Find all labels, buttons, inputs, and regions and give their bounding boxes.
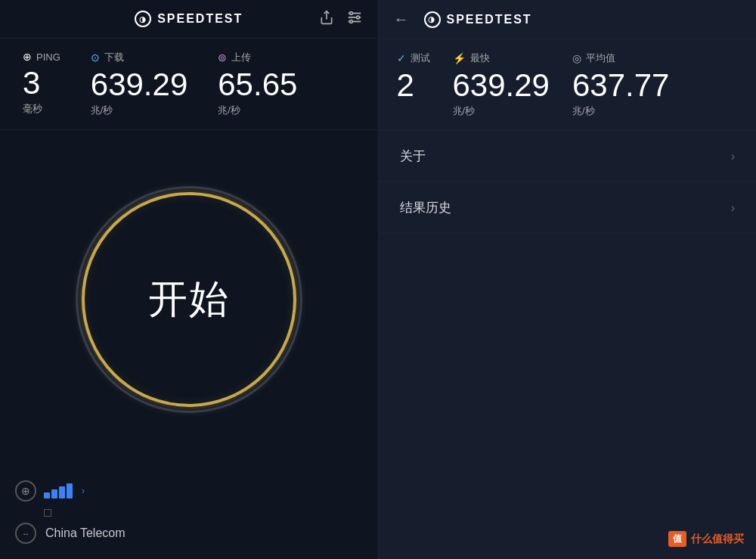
ping-value: 3 [23,67,60,99]
menu-list: 关于 › 结果历史 › [379,131,757,559]
start-button[interactable]: 开始 [148,273,230,326]
ping-icon: ⊕ [23,51,32,63]
network-signal: ⊕ › [15,480,363,502]
back-button[interactable]: ← [394,11,409,28]
upload-unit: 兆/秒 [218,104,297,117]
gauge-area: 开始 [0,130,378,468]
isp-icon: ↔ [15,523,36,544]
tests-stat: ✓ 测试 2 [397,51,430,118]
gauge-container[interactable]: 开始 [76,186,302,413]
fastest-stat: ⚡ 最快 639.29 兆/秒 [453,51,550,118]
ping-stat: ⊕ PING 3 毫秒 [23,51,60,117]
signal-bars [44,483,73,498]
settings-button[interactable] [346,9,363,30]
signal-bar-4 [67,483,73,498]
signal-bar-1 [44,492,50,498]
share-button[interactable] [319,9,334,30]
logo-text-right: SPEEDTEST [447,13,532,26]
svg-point-6 [349,20,352,23]
speedtest-logo-left: ◑ SPEEDTEST [135,11,243,27]
network-sub-icon [44,509,51,517]
tests-icon: ✓ [397,52,406,64]
globe-icon: ⊕ [15,480,36,502]
average-value: 637.77 [572,70,669,101]
right-panel: ← ◑ SPEEDTEST ✓ 测试 2 ⚡ 最快 639.2 [379,0,757,559]
upload-stat: ⊚ 上传 65.65 兆/秒 [218,51,297,117]
upload-value: 65.65 [218,69,297,101]
menu-item-history[interactable]: 结果历史 › [379,182,757,234]
signal-bar-2 [51,489,57,498]
average-unit: 兆/秒 [572,104,669,118]
bottom-info: ⊕ › ↔ China Telecom [0,468,378,559]
fastest-value: 639.29 [453,70,550,101]
isp-name: China Telecom [45,526,125,540]
menu-about-chevron-icon: › [731,150,735,163]
tests-value: 2 [397,70,430,101]
logo-icon-right: ◑ [424,11,441,28]
logo-icon-left: ◑ [135,11,151,27]
menu-about-label: 关于 [400,148,426,165]
left-panel: ◑ SPEEDTEST [0,0,378,559]
download-value: 639.29 [91,69,187,101]
svg-point-4 [349,11,352,14]
tests-label: ✓ 测试 [397,51,430,65]
watermark-badge: 值 [668,531,686,547]
stats-row-left: ⊕ PING 3 毫秒 ⊙ 下载 639.29 兆/秒 ⊚ 上传 65 [0,39,378,130]
average-icon: ◎ [572,52,581,64]
watermark: 值 什么值得买 [668,531,744,547]
left-header: ◑ SPEEDTEST [0,0,378,39]
fastest-label: ⚡ 最快 [453,51,550,65]
upload-label: ⊚ 上传 [218,51,297,64]
menu-history-chevron-icon: › [731,201,735,215]
right-stats-row: ✓ 测试 2 ⚡ 最快 639.29 兆/秒 ◎ 平均值 637.7 [379,39,757,131]
svg-point-5 [356,16,359,19]
fastest-icon: ⚡ [453,52,466,64]
header-icons-left [319,9,363,30]
menu-history-label: 结果历史 [400,199,451,216]
isp-row: ↔ China Telecom [15,523,363,544]
download-stat: ⊙ 下载 639.29 兆/秒 [91,51,187,117]
watermark-text: 什么值得买 [691,533,744,546]
signal-chevron-icon: › [82,486,85,496]
logo-text-left: SPEEDTEST [157,12,243,26]
speedtest-logo-right: ◑ SPEEDTEST [424,11,532,28]
signal-bar-3 [59,486,65,498]
average-label: ◎ 平均值 [572,51,669,65]
menu-item-about[interactable]: 关于 › [379,131,757,182]
ping-unit: 毫秒 [23,102,60,116]
gauge-center[interactable]: 开始 [76,186,302,413]
upload-icon: ⊚ [218,51,227,64]
fastest-unit: 兆/秒 [453,104,550,118]
download-label: ⊙ 下载 [91,51,187,64]
ping-label: ⊕ PING [23,51,60,63]
download-unit: 兆/秒 [91,104,187,117]
right-header: ← ◑ SPEEDTEST [379,0,757,39]
average-stat: ◎ 平均值 637.77 兆/秒 [572,51,669,118]
download-icon: ⊙ [91,51,100,64]
